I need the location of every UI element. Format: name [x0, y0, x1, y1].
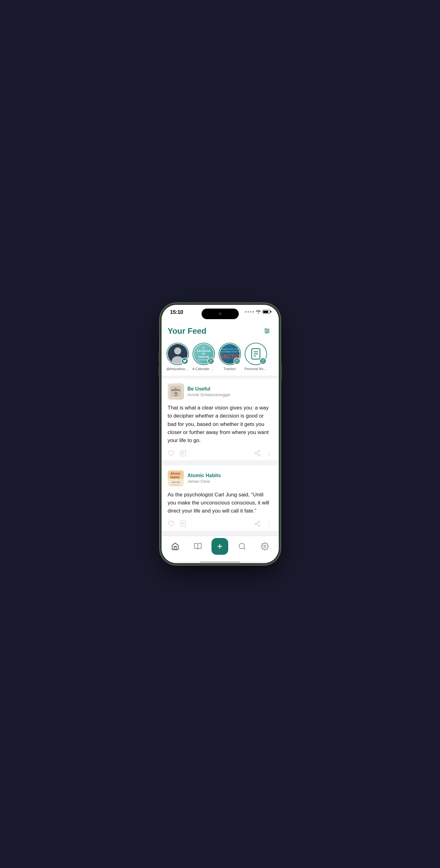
home-icon — [171, 542, 179, 550]
book-cover-be-useful[interactable]: BE USEFUL ARNOLD — [168, 383, 184, 400]
story-label-traction: Traction — [224, 367, 236, 371]
svg-point-54 — [269, 525, 269, 526]
status-icons — [245, 309, 270, 314]
svg-text:James Clear: James Clear — [171, 481, 180, 483]
volume-up-button — [159, 353, 160, 363]
svg-point-49 — [258, 525, 260, 527]
book-title-atomic-habits: Atomic Habits — [188, 473, 273, 478]
like-button-be-useful[interactable] — [168, 450, 175, 457]
search-icon — [238, 542, 246, 550]
front-camera — [218, 312, 222, 315]
save-button-be-useful[interactable] — [179, 450, 187, 457]
dynamic-island — [202, 309, 239, 319]
svg-point-47 — [258, 521, 260, 523]
nav-library[interactable] — [189, 538, 206, 555]
story-item-calendar[interactable]: ACALENDAROFWISDOMLEO TOLST... — [193, 343, 215, 371]
svg-point-57 — [239, 543, 245, 549]
home-indicator — [162, 561, 279, 563]
svg-point-4 — [267, 330, 269, 332]
filter-button[interactable] — [261, 326, 273, 337]
svg-line-50 — [256, 524, 258, 525]
svg-line-35 — [256, 454, 258, 455]
card-actions-atomic-habits — [168, 520, 273, 527]
svg-text:An Easy Way...: An Easy Way... — [171, 484, 180, 486]
book-icon — [235, 359, 239, 363]
filter-icon — [264, 328, 270, 334]
svg-line-36 — [256, 452, 258, 453]
notes-badge — [260, 358, 266, 365]
svg-text:Habits: Habits — [170, 475, 180, 479]
svg-point-7 — [174, 347, 181, 354]
story-item-twitter-user[interactable]: @thejustinwels... — [167, 343, 189, 371]
more-dots-icon — [266, 520, 273, 527]
svg-point-33 — [255, 452, 257, 454]
battery-icon — [263, 310, 270, 314]
story-avatar-calendar: ACALENDAROFWISDOMLEO TOLST... — [193, 343, 215, 365]
save-button-atomic-habits[interactable] — [179, 520, 187, 527]
svg-point-52 — [269, 521, 269, 522]
book-badge-calendar — [207, 358, 214, 365]
home-bar — [200, 561, 240, 563]
plus-icon — [216, 542, 224, 550]
cellular-signal — [245, 311, 254, 313]
stories-section: @thejustinwels... ACALENDAROFWISDOMLEO T… — [162, 339, 279, 376]
twitter-badge — [181, 358, 188, 365]
svg-line-58 — [244, 548, 245, 550]
power-button — [281, 362, 282, 382]
story-item-traction[interactable]: ACHIEVE EXPLOSIVE CUSTOMER GROWTH TRACTI… — [218, 343, 241, 371]
twitter-icon — [183, 359, 187, 363]
svg-point-59 — [264, 545, 266, 547]
story-avatar-twitter-user — [167, 343, 189, 365]
notes-avatar-icon — [249, 348, 262, 360]
heart-icon — [168, 450, 175, 457]
svg-text:USEFUL: USEFUL — [171, 389, 180, 392]
page-header: Your Feed — [162, 321, 279, 339]
quote-be-useful: That is what a clear vision gives you: a… — [168, 404, 273, 445]
svg-text:Atomic: Atomic — [170, 472, 181, 475]
share-button-atomic-habits[interactable] — [254, 520, 261, 527]
heart-icon — [168, 520, 175, 527]
bottom-nav — [162, 536, 279, 561]
like-button-atomic-habits[interactable] — [168, 520, 175, 527]
nav-home[interactable] — [167, 538, 184, 555]
book-icon — [209, 359, 213, 363]
nav-search[interactable] — [234, 538, 251, 555]
more-button-be-useful[interactable] — [266, 450, 273, 457]
volume-down-button — [159, 366, 160, 376]
section-separator-1 — [162, 376, 279, 378]
author-be-useful: Arnold Schwarzenegger — [188, 393, 273, 397]
svg-point-3 — [265, 329, 267, 330]
nav-add[interactable] — [211, 538, 228, 555]
svg-point-38 — [269, 453, 269, 454]
card-actions-be-useful — [168, 450, 273, 457]
story-avatar-personal-notes — [245, 343, 267, 365]
author-atomic-habits: James Clear — [188, 479, 273, 484]
gear-icon — [261, 542, 269, 550]
svg-point-53 — [269, 523, 269, 524]
story-label-calendar: A Calendar of... — [193, 367, 215, 371]
story-item-personal-notes[interactable]: Personal Notes — [245, 343, 267, 371]
svg-point-5 — [265, 332, 267, 333]
book-badge-traction — [234, 358, 240, 365]
share-icon — [254, 450, 261, 457]
svg-point-39 — [269, 455, 269, 456]
svg-line-51 — [256, 522, 258, 523]
story-label-twitter-user: @thejustinwels... — [167, 367, 189, 371]
share-icon — [254, 520, 261, 527]
story-label-personal-notes: Personal Notes — [245, 367, 267, 371]
status-time: 15:10 — [170, 309, 183, 315]
section-separator-3 — [162, 533, 279, 536]
battery-fill — [263, 311, 268, 313]
more-button-atomic-habits[interactable] — [266, 520, 273, 527]
svg-text:ARNOLD: ARNOLD — [173, 394, 178, 395]
book-title-be-useful: Be Useful — [188, 386, 273, 392]
save-icon — [179, 520, 187, 527]
nav-settings[interactable] — [256, 538, 273, 555]
book-icon — [194, 542, 202, 550]
book-cover-atomic-habits[interactable]: Atomic Habits James Clear An Easy Way... — [168, 470, 184, 487]
wifi-icon — [256, 310, 261, 314]
section-separator-2 — [162, 463, 279, 465]
content-area[interactable]: Your Feed — [162, 321, 279, 536]
svg-point-37 — [269, 451, 269, 452]
share-button-be-useful[interactable] — [254, 450, 261, 457]
